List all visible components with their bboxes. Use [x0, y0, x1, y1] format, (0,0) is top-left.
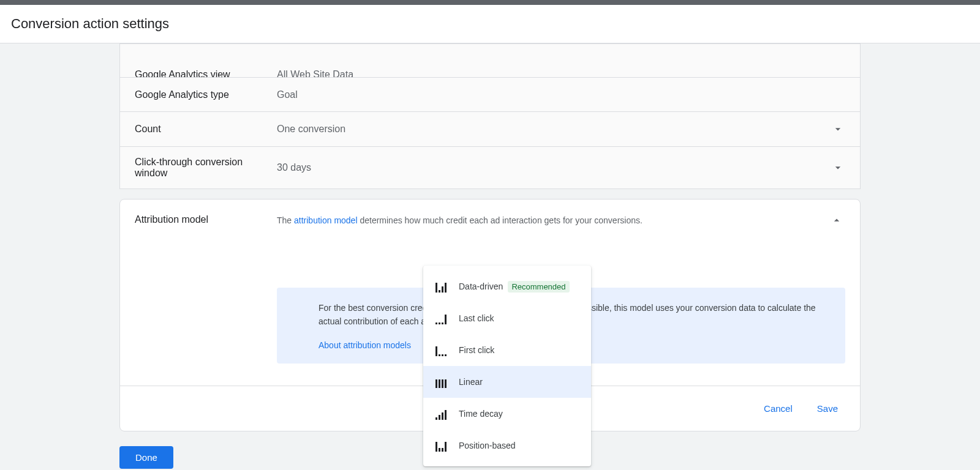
dropdown-label: Linear [459, 377, 483, 387]
dropdown-label: Data-driven [459, 282, 503, 291]
page-header: Conversion action settings [0, 5, 980, 43]
setting-value: Goal [277, 89, 845, 100]
attribution-label: Attribution model [135, 214, 277, 225]
attribution-card: Attribution model The attribution model … [119, 199, 861, 431]
about-attribution-link[interactable]: About attribution models [318, 340, 411, 350]
save-button[interactable]: Save [812, 398, 843, 419]
page-title: Conversion action settings [11, 16, 969, 32]
dropdown-label: First click [459, 345, 494, 355]
setting-label: Click-through conversion window [135, 157, 277, 179]
setting-label: Google Analytics view [135, 72, 277, 77]
chevron-down-icon[interactable] [831, 160, 845, 175]
setting-row-count[interactable]: Count One conversion [119, 112, 861, 147]
setting-row-ga-type[interactable]: Google Analytics type Goal [119, 78, 861, 112]
setting-row-ga-view[interactable]: Google Analytics view All Web Site Data [119, 43, 861, 78]
attribution-header: Attribution model The attribution model … [135, 214, 845, 229]
setting-value: One conversion [277, 124, 831, 135]
dropdown-item-last-click[interactable]: Last click [423, 302, 591, 334]
setting-value: 30 days [277, 162, 831, 173]
setting-row-ctw[interactable]: Click-through conversion window 30 days [119, 147, 861, 189]
last-click-icon [435, 312, 450, 324]
dropdown-label: Position-based [459, 441, 516, 450]
content-wrapper: Google Analytics view All Web Site Data … [119, 43, 861, 470]
done-button[interactable]: Done [119, 446, 173, 469]
dropdown-label: Time decay [459, 409, 503, 419]
setting-label: Count [135, 124, 277, 135]
attribution-dropdown: Data-driven Recommended Last click First… [423, 266, 591, 466]
first-click-icon [435, 344, 450, 356]
settings-stack: Google Analytics view All Web Site Data … [119, 43, 861, 189]
dropdown-item-linear[interactable]: Linear [423, 366, 591, 398]
dropdown-item-data-driven[interactable]: Data-driven Recommended [423, 270, 591, 302]
data-driven-icon [435, 280, 450, 293]
cancel-button[interactable]: Cancel [759, 398, 797, 419]
dropdown-label: Last click [459, 313, 494, 323]
recommended-badge: Recommended [508, 281, 569, 293]
linear-icon [435, 376, 450, 388]
desc-text: determines how much credit each ad inter… [358, 215, 643, 225]
attribution-model-link[interactable]: attribution model [294, 215, 358, 225]
chevron-up-icon[interactable] [831, 214, 845, 229]
setting-value: All Web Site Data [277, 72, 845, 77]
setting-label: Google Analytics type [135, 89, 277, 100]
time-decay-icon [435, 408, 450, 420]
dropdown-item-time-decay[interactable]: Time decay [423, 398, 591, 430]
attribution-description: The attribution model determines how muc… [277, 214, 831, 226]
chevron-down-icon[interactable] [831, 122, 845, 136]
dropdown-item-position-based[interactable]: Position-based [423, 430, 591, 461]
position-based-icon [435, 439, 450, 452]
dropdown-item-first-click[interactable]: First click [423, 334, 591, 366]
desc-text: The [277, 215, 294, 225]
top-bar [0, 0, 980, 5]
